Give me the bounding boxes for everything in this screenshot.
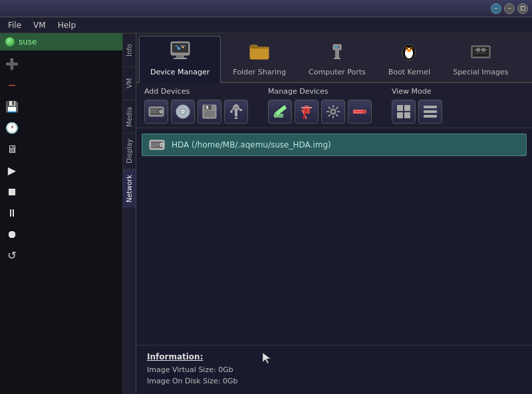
tool-stop[interactable]: ─ [3,76,21,95]
content-area: Device Manager Folder Sharing [136,33,532,394]
tool-clock[interactable]: 🕐 [3,119,21,138]
tool-pause[interactable]: ⏸ [3,204,21,223]
device-list: HDA (/home/MB/.aqemu/suse_HDA.img) [136,128,532,345]
tab-boot-kernel-label: Boot Kernel [388,68,430,76]
toolbar-area: Add Devices [136,83,532,128]
svg-rect-11 [334,58,340,59]
vtab-vm[interactable]: VM [123,66,136,100]
svg-rect-26 [482,49,485,51]
edit-button[interactable] [268,100,292,124]
tool-refresh[interactable]: ↺ [3,246,21,265]
window-controls[interactable]: ─ ─ ⧠ [491,3,528,14]
grid-view-button[interactable] [392,100,416,124]
svg-point-19 [410,48,412,49]
svg-point-20 [407,49,411,52]
tool-play[interactable]: ▶ [3,161,21,180]
tool-record[interactable]: ⏺ [3,225,21,244]
svg-rect-12 [335,47,337,48]
menu-help[interactable]: Help [53,19,81,31]
device-item-label: HDA (/home/MB/.aqemu/suse_HDA.img) [172,140,331,149]
pause-icon: ⏸ [7,208,17,219]
delete-button[interactable] [295,100,319,124]
tab-special-images[interactable]: Special Images [442,36,519,82]
tool-save[interactable]: 💾 [3,98,21,116]
svg-rect-44 [233,106,239,110]
info-title: Information: [147,352,521,361]
vtab-info[interactable]: Info [123,33,136,66]
boot-kernel-icon [397,41,421,65]
menu-file[interactable]: File [3,19,27,31]
tool-stop2[interactable]: ⏹ [3,183,21,201]
svg-rect-41 [206,106,208,109]
menu-vm[interactable]: VM [28,19,51,31]
svg-point-32 [160,111,162,112]
add-cdrom-button[interactable] [171,100,195,124]
svg-rect-74 [397,112,403,118]
record-icon: ⏺ [7,229,17,240]
stop2-icon: ⏹ [7,187,17,197]
svg-rect-42 [204,111,215,117]
maximize-button[interactable]: ⧠ [517,3,528,14]
tool-monitor[interactable]: 🖥 [3,140,21,159]
vtab-display[interactable]: Display [123,133,136,169]
view-mode-buttons [392,100,442,124]
hdd-device-icon [149,138,165,151]
svg-rect-2 [176,55,184,58]
svg-rect-3 [174,58,187,59]
tab-boot-kernel[interactable]: Boot Kernel [378,36,441,82]
tab-special-images-label: Special Images [453,68,508,76]
folder-sharing-icon [247,41,271,65]
info-line-2: Image On Disk Size: 0Gb [147,375,521,387]
sidebar-vm-item[interactable]: suse [0,33,122,50]
menubar: File VM Help [0,17,532,33]
tab-folder-sharing[interactable]: Folder Sharing [222,36,297,82]
tool-add[interactable]: ➕ [3,55,21,74]
manage-devices-group: Manage Devices [268,87,372,124]
add-floppy-button[interactable] [198,100,221,124]
manage-devices-label: Manage Devices [268,87,372,96]
tab-computer-ports[interactable]: Computer Ports [298,36,376,82]
tab-device-manager[interactable]: Device Manager [139,36,221,83]
list-view-button[interactable] [418,100,442,124]
view-mode-label: View Mode [392,87,442,96]
minimize-button[interactable]: ─ [504,3,515,14]
svg-point-18 [406,48,408,49]
vtab-network[interactable]: Network [123,169,136,208]
save-icon: 💾 [5,102,19,112]
svg-line-65 [329,107,331,109]
svg-rect-78 [424,115,437,118]
svg-marker-49 [234,116,238,119]
vm-name: suse [19,37,37,47]
info-line-1: Image Virtual Size: 0Gb [147,364,521,376]
tab-computer-ports-label: Computer Ports [309,68,366,76]
svg-point-37 [182,111,184,112]
svg-rect-1 [172,43,188,52]
tab-device-manager-label: Device Manager [150,68,209,76]
main-layout: suse ➕ ─ 💾 🕐 🖥 ▶ ⏹ [0,33,532,394]
add-icon: ➕ [5,59,19,70]
svg-rect-58 [305,106,309,108]
svg-rect-22 [473,47,489,56]
device-manager-icon [168,41,192,65]
monitor-icon: 🖥 [7,144,17,155]
add-usb-button[interactable] [224,100,248,124]
add-devices-label: Add Devices [144,87,248,96]
svg-rect-84 [151,146,158,147]
svg-rect-83 [151,144,159,145]
svg-rect-76 [424,106,437,108]
more-button[interactable] [348,100,372,124]
device-item-hda[interactable]: HDA (/home/MB/.aqemu/suse_HDA.img) [142,134,527,156]
special-images-icon [469,41,493,65]
svg-point-60 [332,110,334,113]
add-hdd-button[interactable] [144,100,168,124]
vtab-media[interactable]: Media [123,100,136,133]
svg-rect-24 [477,49,479,51]
close-button[interactable]: ─ [491,3,501,14]
svg-point-6 [178,47,180,50]
play-icon: ▶ [8,165,16,176]
settings-button[interactable] [321,100,345,124]
refresh-icon: ↺ [7,250,16,261]
svg-line-67 [336,107,338,109]
manage-devices-buttons [268,100,372,124]
svg-rect-13 [338,47,339,48]
